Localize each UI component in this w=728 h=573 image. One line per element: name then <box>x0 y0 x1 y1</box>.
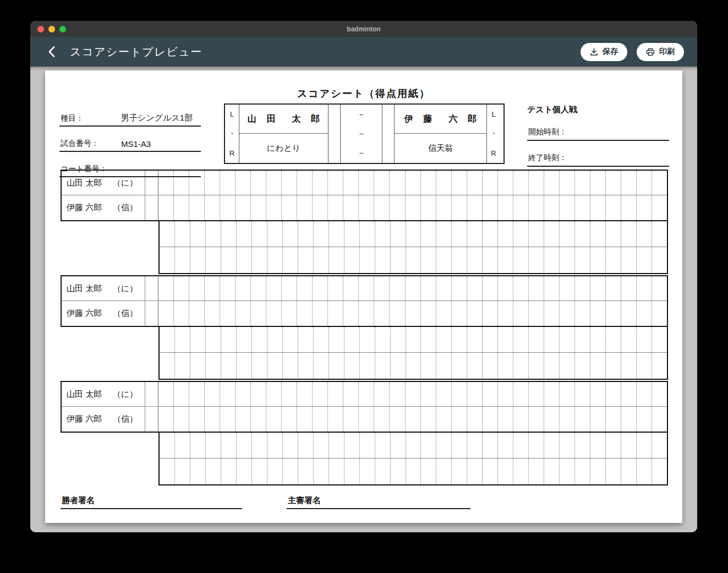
score-cell <box>421 433 436 458</box>
print-button[interactable]: 印刷 <box>637 43 684 61</box>
score-cell <box>637 327 652 352</box>
score-cell <box>220 301 236 326</box>
player2-name: 伊 藤 六 郎 <box>395 105 486 134</box>
score-cell <box>436 327 452 352</box>
score-cell <box>252 247 267 273</box>
score-cell <box>343 301 359 326</box>
minimize-window-button[interactable] <box>48 26 55 32</box>
score-cell <box>221 353 237 379</box>
window-title: badminton <box>30 25 697 33</box>
score-cell <box>267 327 283 352</box>
score-cell <box>283 353 298 379</box>
back-button[interactable] <box>43 43 60 60</box>
score-cell <box>390 382 405 406</box>
score-cell <box>452 407 467 432</box>
score-cell <box>390 407 405 432</box>
score-cell <box>158 407 174 432</box>
score-cells <box>158 276 667 301</box>
score-cell <box>560 276 575 301</box>
score-cell <box>237 221 252 247</box>
score-cell <box>329 433 344 458</box>
score-cell <box>205 407 220 432</box>
score-cell <box>544 459 560 484</box>
score-cell <box>544 276 560 301</box>
close-window-button[interactable] <box>37 26 44 32</box>
score-cell <box>314 327 329 352</box>
lr-dot: ・ <box>490 129 497 139</box>
score-cell <box>529 459 544 484</box>
score-cell <box>421 276 436 301</box>
score-cell <box>606 382 621 406</box>
score-cell <box>421 459 436 484</box>
score-cell <box>606 247 621 273</box>
match-number-label: 試合番号： <box>61 139 121 149</box>
score-cell <box>483 327 498 352</box>
zoom-window-button[interactable] <box>59 26 66 32</box>
score-cell <box>190 327 206 352</box>
lr-r: R <box>229 149 234 157</box>
score-cell <box>621 301 637 326</box>
score-cell <box>544 407 560 432</box>
score-cell <box>421 382 436 406</box>
score-cell <box>467 301 483 326</box>
score-cell <box>298 221 314 247</box>
continuation-row <box>160 353 667 379</box>
score-cell <box>498 382 513 406</box>
score-cells <box>158 301 667 326</box>
score-cell <box>359 301 374 326</box>
score-cell <box>221 433 237 458</box>
score-cell <box>266 195 282 220</box>
score-cell <box>529 276 544 301</box>
score-cell <box>452 221 467 247</box>
score-cell <box>436 353 452 379</box>
score-cell <box>189 382 205 406</box>
score-cell <box>621 353 637 379</box>
score-cells <box>160 433 667 458</box>
score-cell <box>637 353 652 379</box>
score-cell <box>359 382 374 406</box>
score-cell <box>175 221 190 247</box>
score-cell <box>375 247 391 273</box>
save-button-label: 保存 <box>603 47 618 57</box>
score-cell <box>652 276 667 301</box>
signature-area: 勝者署名 主審署名 <box>61 495 682 509</box>
score-cell <box>205 171 220 195</box>
score-cell <box>560 407 575 432</box>
score-cell <box>313 301 328 326</box>
score-cell <box>328 171 343 195</box>
score-cell <box>205 301 220 326</box>
score-cell <box>251 301 266 326</box>
score-cell <box>298 459 314 484</box>
traffic-lights <box>37 21 66 37</box>
score-cell <box>436 247 452 273</box>
score-cell <box>467 195 483 220</box>
winner-signature-line: 勝者署名 <box>61 495 242 509</box>
score-cell <box>251 195 266 220</box>
score-cell <box>282 276 297 301</box>
score-cell <box>236 382 251 406</box>
score-cell <box>298 247 314 273</box>
score-cell <box>637 276 652 301</box>
score-cell <box>406 247 422 273</box>
score-cell <box>329 221 344 247</box>
score-cell <box>621 407 637 432</box>
score-cell <box>590 382 606 406</box>
score-cell <box>206 247 221 273</box>
score-cell <box>590 221 606 247</box>
score-cell <box>513 327 529 352</box>
score-cell <box>621 221 637 247</box>
score-cell <box>174 407 189 432</box>
score-cell <box>206 327 221 352</box>
print-button-label: 印刷 <box>659 47 675 57</box>
score-cell <box>328 195 343 220</box>
row-player2-name-cell: 伊藤 六郎 （信） <box>62 301 145 326</box>
game2-continuation-block <box>158 327 668 380</box>
score-cell <box>498 171 513 195</box>
score-cell <box>406 276 421 301</box>
winner-signature-label: 勝者署名 <box>62 495 95 505</box>
score-cells <box>160 247 667 273</box>
score-cell <box>637 247 652 273</box>
event-label: 種目： <box>61 113 121 123</box>
save-button[interactable]: 保存 <box>581 43 627 61</box>
score-cell <box>560 327 575 352</box>
